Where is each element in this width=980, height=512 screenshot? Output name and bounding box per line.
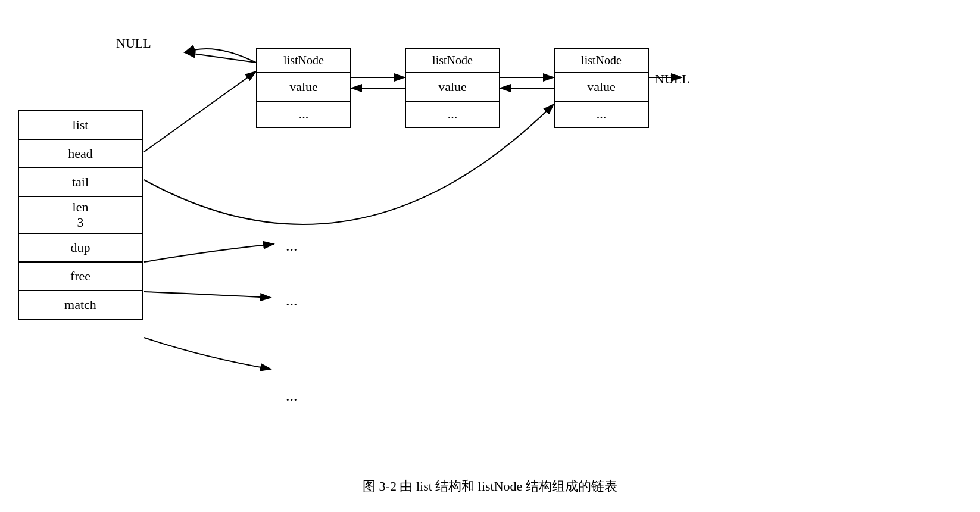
- head-row: head: [19, 140, 142, 168]
- caption: 图 3-2 由 list 结构和 listNode 结构组成的链表: [0, 477, 980, 495]
- list-row: list: [19, 111, 142, 140]
- free-row: free: [19, 263, 142, 291]
- null-left: NULL: [116, 36, 151, 51]
- node2: listNode value ...: [405, 48, 500, 128]
- match-ellipsis: ...: [286, 387, 298, 405]
- len-val-row: 3: [19, 215, 142, 234]
- node3-value: value: [555, 73, 648, 102]
- svg-line-2: [185, 52, 256, 63]
- node3: listNode value ...: [554, 48, 649, 128]
- len-row: len: [19, 197, 142, 215]
- diagram-container: list head tail len 3 dup free match list…: [0, 0, 980, 512]
- node3-title: listNode: [555, 49, 648, 73]
- node1-value: value: [257, 73, 350, 102]
- node1-dots: ...: [257, 102, 350, 127]
- list-struct: list head tail len 3 dup free match: [18, 110, 143, 320]
- tail-row: tail: [19, 168, 142, 197]
- node2-dots: ...: [406, 102, 499, 127]
- node1-title: listNode: [257, 49, 350, 73]
- free-ellipsis: ...: [286, 292, 298, 310]
- dup-ellipsis: ...: [286, 237, 298, 255]
- node3-dots: ...: [555, 102, 648, 127]
- dup-row: dup: [19, 234, 142, 263]
- node1: listNode value ...: [256, 48, 351, 128]
- node2-value: value: [406, 73, 499, 102]
- match-row: match: [19, 291, 142, 319]
- node2-title: listNode: [406, 49, 499, 73]
- null-right: NULL: [655, 71, 690, 87]
